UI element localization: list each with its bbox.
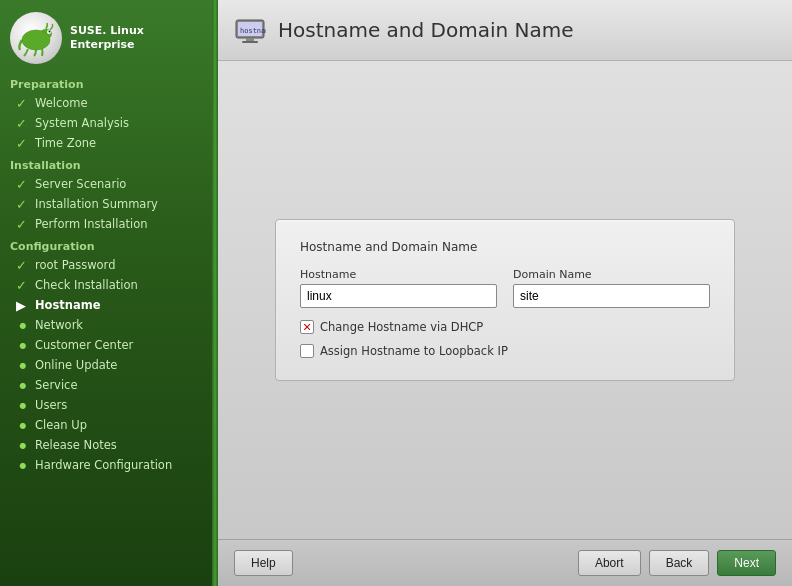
form-fields-row: Hostname Domain Name (300, 268, 710, 308)
sidebar-item-welcome[interactable]: ✓ Welcome (0, 93, 218, 113)
sidebar-item-label: Release Notes (35, 438, 117, 452)
hostname-label: Hostname (300, 268, 497, 281)
dot-icon: ● (16, 441, 30, 450)
sidebar-logo: SUSE. Linux Enterprise (0, 0, 218, 72)
back-button[interactable]: Back (649, 550, 710, 576)
sidebar-item-label: System Analysis (35, 116, 129, 130)
sidebar-item-perform-installation[interactable]: ✓ Perform Installation (0, 214, 218, 234)
sidebar-item-online-update[interactable]: ● Online Update (0, 355, 218, 375)
hostname-input[interactable] (300, 284, 497, 308)
sidebar-item-server-scenario[interactable]: ✓ Server Scenario (0, 174, 218, 194)
hostname-field-group: Hostname (300, 268, 497, 308)
footer-right: Abort Back Next (578, 550, 776, 576)
sidebar-item-hostname[interactable]: ▶ Hostname (0, 295, 218, 315)
loopback-checkbox-label: Assign Hostname to Loopback IP (320, 344, 508, 358)
help-button[interactable]: Help (234, 550, 293, 576)
check-icon: ✓ (16, 278, 30, 293)
sidebar-item-hardware-configuration[interactable]: ● Hardware Configuration (0, 455, 218, 475)
sidebar-item-system-analysis[interactable]: ✓ System Analysis (0, 113, 218, 133)
sidebar-item-label: Online Update (35, 358, 117, 372)
svg-rect-7 (246, 38, 254, 41)
dhcp-checkbox-row: ✕ Change Hostname via DHCP (300, 318, 710, 336)
sidebar-item-label: Customer Center (35, 338, 133, 352)
arrow-right-icon: ▶ (16, 298, 30, 313)
sidebar-item-label: Time Zone (35, 136, 96, 150)
next-button[interactable]: Next (717, 550, 776, 576)
page-title: Hostname and Domain Name (278, 18, 574, 42)
loopback-checkbox[interactable] (300, 344, 314, 358)
svg-text:hostname: hostname (240, 27, 266, 35)
sidebar-item-label: Clean Up (35, 418, 87, 432)
sidebar-item-label: root Password (35, 258, 115, 272)
title-bar: hostname Hostname and Domain Name (218, 0, 792, 61)
sidebar-item-label: Installation Summary (35, 197, 158, 211)
sidebar-item-clean-up[interactable]: ● Clean Up (0, 415, 218, 435)
logo-icon (10, 12, 62, 64)
form-panel-title: Hostname and Domain Name (300, 240, 710, 254)
section-preparation: Preparation (0, 72, 218, 93)
sidebar-item-check-installation[interactable]: ✓ Check Installation (0, 275, 218, 295)
sidebar-item-label: Network (35, 318, 83, 332)
main-panel: hostname Hostname and Domain Name Hostna… (218, 0, 792, 586)
sidebar-item-service[interactable]: ● Service (0, 375, 218, 395)
sidebar-item-users[interactable]: ● Users (0, 395, 218, 415)
dhcp-checkbox[interactable]: ✕ (300, 320, 314, 334)
dot-icon: ● (16, 401, 30, 410)
check-icon: ✓ (16, 96, 30, 111)
loopback-checkbox-row: Assign Hostname to Loopback IP (300, 342, 710, 360)
sidebar-item-customer-center[interactable]: ● Customer Center (0, 335, 218, 355)
check-icon: ✓ (16, 217, 30, 232)
sidebar-item-label: Welcome (35, 96, 88, 110)
dot-icon: ● (16, 381, 30, 390)
hostname-icon: hostname (234, 14, 266, 46)
sidebar-item-time-zone[interactable]: ✓ Time Zone (0, 133, 218, 153)
sidebar: SUSE. Linux Enterprise Preparation ✓ Wel… (0, 0, 218, 586)
sidebar-item-label: Hostname (35, 298, 101, 312)
abort-button[interactable]: Abort (578, 550, 641, 576)
sidebar-item-installation-summary[interactable]: ✓ Installation Summary (0, 194, 218, 214)
domain-field-group: Domain Name (513, 268, 710, 308)
dot-icon: ● (16, 321, 30, 330)
footer: Help Abort Back Next (218, 539, 792, 586)
sidebar-item-label: Hardware Configuration (35, 458, 172, 472)
dot-icon: ● (16, 361, 30, 370)
check-icon: ✓ (16, 177, 30, 192)
sidebar-item-label: Server Scenario (35, 177, 126, 191)
section-configuration: Configuration (0, 234, 218, 255)
dot-icon: ● (16, 421, 30, 430)
dot-icon: ● (16, 341, 30, 350)
check-icon: ✓ (16, 197, 30, 212)
logo-text: SUSE. Linux Enterprise (70, 24, 144, 53)
dot-icon: ● (16, 461, 30, 470)
sidebar-item-label: Check Installation (35, 278, 138, 292)
sidebar-item-label: Users (35, 398, 67, 412)
check-icon: ✓ (16, 116, 30, 131)
check-icon: ✓ (16, 136, 30, 151)
domain-input[interactable] (513, 284, 710, 308)
dhcp-checkbox-label: Change Hostname via DHCP (320, 320, 483, 334)
footer-left: Help (234, 550, 293, 576)
sidebar-item-release-notes[interactable]: ● Release Notes (0, 435, 218, 455)
content-area: Hostname and Domain Name Hostname Domain… (218, 61, 792, 539)
sidebar-item-label: Perform Installation (35, 217, 148, 231)
svg-rect-8 (242, 41, 258, 43)
sidebar-item-network[interactable]: ● Network (0, 315, 218, 335)
form-panel: Hostname and Domain Name Hostname Domain… (275, 219, 735, 381)
section-installation: Installation (0, 153, 218, 174)
domain-label: Domain Name (513, 268, 710, 281)
check-icon: ✓ (16, 258, 30, 273)
sidebar-item-root-password[interactable]: ✓ root Password (0, 255, 218, 275)
sidebar-item-label: Service (35, 378, 78, 392)
svg-point-3 (49, 31, 51, 33)
